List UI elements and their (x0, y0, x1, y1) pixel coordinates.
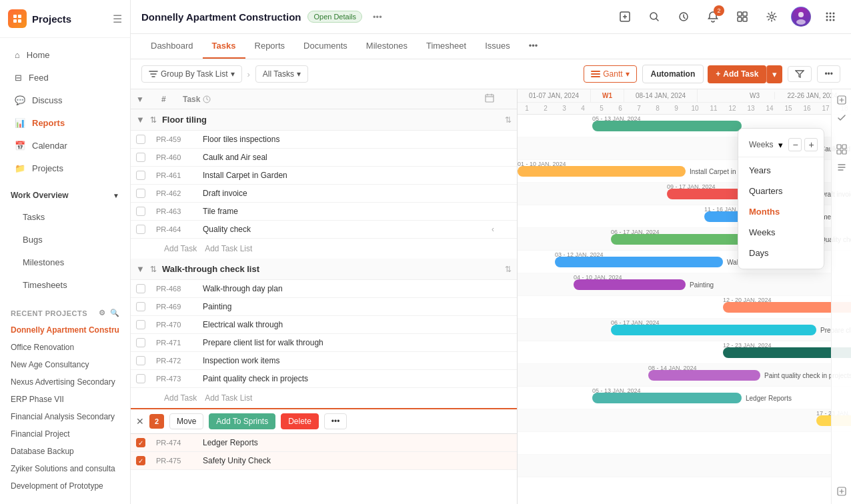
sidebar-item-discuss[interactable]: 💬 Discuss (4, 89, 126, 111)
group-walkthrough[interactable]: ▼ ⇅ Walk-through check list ⇅ (131, 259, 517, 280)
recent-project-item[interactable]: Office Renovation (0, 339, 130, 356)
table-row: PR-464 Quality check ‹ (131, 221, 517, 239)
move-button[interactable]: Move (169, 413, 203, 429)
task-checkbox[interactable] (136, 320, 145, 329)
sidebar-item-home[interactable]: ⌂ Home (4, 44, 126, 66)
task-name: Caulk and Air seal (203, 153, 492, 162)
add-task-button[interactable]: + Add Task (708, 65, 766, 83)
tab-milestones[interactable]: Milestones (357, 34, 417, 59)
sidebar-item-reports[interactable]: 📊 Reports (4, 112, 126, 134)
task-checkbox[interactable]: ✓ (136, 438, 145, 447)
recent-project-item[interactable]: Financial Analysis Secondary (0, 408, 130, 425)
recent-project-item[interactable]: ERP Phase VII (0, 391, 130, 408)
task-checkbox[interactable] (136, 374, 145, 383)
task-collapse-icon[interactable]: ‹ (492, 225, 512, 234)
gantt-view-button[interactable]: Gantt ▾ (584, 65, 636, 83)
right-icon-1[interactable] (834, 95, 848, 107)
task-id: PR-459 (156, 135, 203, 143)
recent-project-item[interactable]: Zyiker Solutions and consulta (0, 460, 130, 477)
recent-project-item[interactable]: Database Backup (0, 443, 130, 460)
filter-button[interactable] (788, 66, 812, 82)
task-checkbox[interactable]: ✓ (136, 456, 145, 465)
tab-dashboard[interactable]: Dashboard (141, 34, 203, 59)
brand[interactable]: Projects (8, 9, 71, 28)
clock-button[interactable] (674, 7, 694, 27)
close-selection-button[interactable]: ✕ (136, 416, 144, 427)
tab-reports[interactable]: Reports (245, 34, 295, 59)
notification-button[interactable]: 2 (703, 7, 723, 27)
search-icon[interactable]: 🔍 (110, 309, 120, 317)
gantt-label: Gantt (603, 69, 622, 79)
task-checkbox[interactable] (136, 171, 145, 180)
tab-tasks[interactable]: Tasks (203, 34, 245, 59)
add-button[interactable] (615, 7, 635, 27)
calendar-header-icon[interactable] (485, 93, 512, 105)
time-years-item[interactable]: Years (738, 160, 824, 181)
add-task-list-link-2[interactable]: Add Task List (205, 393, 252, 403)
sidebar-item-timesheets[interactable]: Timesheets (4, 274, 126, 296)
time-months-item[interactable]: Months (738, 201, 824, 222)
star-button[interactable] (732, 7, 752, 27)
right-icon-4[interactable] (834, 162, 848, 175)
sidebar-item-projects[interactable]: 📁 Projects (4, 157, 126, 179)
task-checkbox[interactable] (136, 153, 145, 162)
sidebar-item-calendar[interactable]: 📅 Calendar (4, 135, 126, 157)
automation-button[interactable]: Automation (642, 65, 704, 83)
work-overview-section[interactable]: Work Overview ▼ (0, 185, 130, 205)
open-details-badge[interactable]: Open Details (307, 11, 362, 23)
sidebar-item-milestones[interactable]: Milestones (4, 251, 126, 273)
sidebar-item-tasks[interactable]: Tasks (4, 206, 126, 228)
sidebar-item-bugs[interactable]: Bugs (4, 229, 126, 251)
more-options-button[interactable]: ••• (817, 65, 840, 83)
recent-project-item[interactable]: Development of Prototype (0, 477, 130, 495)
project-title: Donnelly Apartment Construction (141, 11, 301, 23)
task-checkbox[interactable] (136, 284, 145, 293)
add-task-link-2[interactable]: Add Task (164, 393, 197, 403)
recent-project-item[interactable]: Nexus Advertising Secondary (0, 373, 130, 391)
zoom-in-button[interactable]: + (804, 138, 818, 151)
search-button[interactable] (644, 7, 664, 27)
task-checkbox[interactable] (136, 302, 145, 311)
tab-timesheet[interactable]: Timesheet (417, 34, 476, 59)
sidebar-menu-icon[interactable]: ☰ (113, 13, 122, 25)
project-more-icon[interactable]: ••• (373, 12, 382, 22)
tab-documents[interactable]: Documents (294, 34, 357, 59)
task-checkbox[interactable] (136, 189, 145, 198)
task-checkbox[interactable] (136, 356, 145, 365)
task-checkbox[interactable] (136, 207, 145, 216)
right-icon-2[interactable] (834, 113, 848, 125)
settings-button[interactable] (762, 7, 782, 27)
group-sort-icon[interactable]: ⇅ (505, 115, 512, 125)
recent-project-item[interactable]: New Age Consultancy (0, 356, 130, 373)
task-checkbox[interactable] (136, 225, 145, 234)
task-checkbox[interactable] (136, 338, 145, 347)
group-by-button[interactable]: Group By Task List ▾ (141, 65, 242, 83)
right-icon-5[interactable] (834, 486, 848, 499)
collapse-icon[interactable]: ▼ (136, 95, 156, 104)
add-task-list-link[interactable]: Add Task List (205, 244, 252, 253)
user-avatar[interactable] (791, 7, 811, 27)
delete-button[interactable]: Delete (281, 413, 319, 429)
zoom-out-button[interactable]: − (788, 138, 802, 151)
tab-more[interactable]: ••• (520, 34, 548, 59)
settings-icon[interactable]: ⚙ (99, 309, 106, 317)
time-days-item[interactable]: Days (738, 243, 824, 263)
all-tasks-button[interactable]: All Tasks ▾ (255, 65, 308, 83)
group-label: Walk-through check list (162, 264, 500, 274)
time-quarters-item[interactable]: Quarters (738, 181, 824, 201)
grid-icon[interactable] (820, 7, 840, 27)
recent-project-item[interactable]: Donnelly Apartment Constru (0, 321, 130, 339)
add-task-dropdown[interactable]: ▾ (766, 65, 782, 83)
time-weeks-item[interactable]: Weeks (738, 222, 824, 243)
tab-issues[interactable]: Issues (476, 34, 520, 59)
right-icon-3[interactable] (834, 144, 848, 157)
more-actions-button[interactable]: ••• (324, 413, 347, 429)
add-task-link[interactable]: Add Task (164, 244, 197, 253)
recent-project-item[interactable]: Financial Project (0, 425, 130, 443)
add-to-sprints-button[interactable]: Add To Sprints (209, 413, 275, 429)
task-checkbox[interactable] (136, 135, 145, 144)
group-sort-icon[interactable]: ⇅ (505, 265, 512, 274)
sidebar-item-feed[interactable]: ⊟ Feed (4, 67, 126, 89)
hash-header: # (156, 95, 183, 104)
group-floor-tiling[interactable]: ▼ ⇅ Floor tiling ⇅ (131, 109, 517, 131)
